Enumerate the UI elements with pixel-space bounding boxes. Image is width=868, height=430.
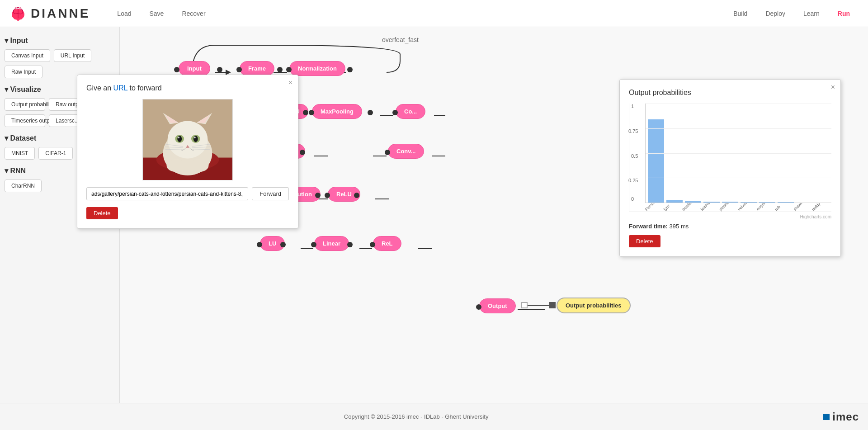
- footer-logo: imec: [823, 411, 859, 423]
- nav-save[interactable]: Save: [150, 10, 164, 17]
- url-dialog-delete-button[interactable]: Delete: [86, 207, 118, 219]
- url-dialog-close-button[interactable]: ×: [288, 79, 292, 87]
- node-output[interactable]: Output: [479, 298, 516, 313]
- node-rel[interactable]: ReL: [373, 236, 401, 251]
- node-normalization[interactable]: Normalization: [289, 61, 345, 76]
- footer-copyright: Copyright © 2015-2016 imec - IDLab - Ghe…: [9, 413, 823, 420]
- url-input-row: Forward: [86, 187, 289, 200]
- node-conv-partial2[interactable]: Conv...: [388, 144, 424, 159]
- canvas-input-button[interactable]: Canvas Input: [5, 49, 50, 62]
- svg-point-49: [167, 160, 187, 172]
- chart-bar-3: [703, 202, 720, 203]
- node-frame[interactable]: Frame: [240, 61, 274, 76]
- svg-point-31: [168, 121, 208, 158]
- output-panel-title: Output probabilities: [629, 89, 831, 97]
- run-button[interactable]: Run: [829, 6, 859, 21]
- chart-bar-5: [741, 202, 757, 203]
- node-maxpooling[interactable]: MaxPooling: [312, 104, 362, 119]
- output-probabilities-panel: Output probabilities × 1 0.75 0.5 0.25 0…: [619, 79, 841, 257]
- sidebar-input-buttons: Canvas Input URL Input Raw Input: [5, 49, 115, 78]
- output-panel-delete-button[interactable]: Delete: [629, 235, 660, 247]
- node-linear[interactable]: Linear: [314, 236, 349, 251]
- imec-square: [823, 414, 830, 420]
- url-dialog: Give an URL to forward ×: [77, 75, 298, 229]
- y-label-05: 0.5: [631, 153, 638, 159]
- timeseries-button[interactable]: Timeseries output: [5, 114, 45, 127]
- url-input-button[interactable]: URL Input: [54, 49, 92, 62]
- output-panel-close-button[interactable]: ×: [831, 83, 835, 91]
- chart-bar-7: [778, 202, 794, 203]
- node-conv-partial1[interactable]: Co...: [396, 104, 425, 119]
- footer: Copyright © 2015-2016 imec - IDLab - Ghe…: [0, 403, 868, 430]
- node-output-prob[interactable]: Output probabilities: [557, 298, 631, 313]
- imec-text: imec: [832, 411, 859, 423]
- logo-text: DIANNE: [31, 6, 90, 21]
- chart-bar-0: [648, 119, 664, 203]
- svg-point-38: [177, 136, 182, 142]
- url-input-field[interactable]: [86, 187, 248, 200]
- svg-point-50: [189, 160, 209, 172]
- header: DIANNE Load Save Recover Build Deploy Le…: [0, 0, 868, 27]
- chart-bar-6: [759, 202, 775, 203]
- svg-point-40: [178, 137, 179, 138]
- svg-point-4: [17, 18, 19, 21]
- nav-load[interactable]: Load: [117, 10, 131, 17]
- chart-area: 1 0.75 0.5 0.25 0 Persian catlynxbowlerl…: [629, 104, 831, 212]
- y-label-025: 0.25: [628, 178, 638, 183]
- output-prob-button[interactable]: Output probabilities: [5, 98, 45, 111]
- chart-bar-2: [685, 201, 701, 203]
- cat-image: [143, 99, 232, 180]
- build-button[interactable]: Build: [724, 6, 756, 21]
- learn-button[interactable]: Learn: [794, 6, 829, 21]
- y-label-0: 0: [631, 196, 634, 202]
- svg-point-5: [19, 17, 22, 19]
- nav-recover[interactable]: Recover: [182, 10, 205, 17]
- mnist-button[interactable]: MNIST: [5, 147, 35, 160]
- node-input[interactable]: Input: [179, 61, 210, 76]
- x-labels: Persian catlynxbowlerleather bagplastic …: [645, 203, 831, 230]
- header-actions: Build Deploy Learn Run: [724, 6, 859, 21]
- svg-point-41: [194, 137, 196, 138]
- chart-bar-4: [722, 202, 738, 203]
- y-label-1: 1: [631, 104, 634, 109]
- raw-input-button[interactable]: Raw Input: [5, 66, 42, 78]
- forward-button[interactable]: Forward: [252, 187, 289, 200]
- svg-point-3: [14, 17, 17, 19]
- network-name: overfeat_fast: [382, 36, 419, 43]
- y-label-075: 0.75: [628, 128, 638, 134]
- logo-icon: [9, 5, 27, 23]
- logo: DIANNE: [9, 5, 90, 23]
- charrnn-button[interactable]: CharRNN: [5, 180, 42, 192]
- cifar-button[interactable]: CIFAR-1: [38, 147, 73, 160]
- svg-point-39: [193, 136, 198, 142]
- nav: Load Save Recover: [117, 10, 724, 17]
- url-dialog-title: Give an URL to forward: [86, 84, 289, 92]
- sidebar-section-input: Input: [5, 36, 115, 45]
- chart-bar-1: [666, 200, 683, 203]
- deploy-button[interactable]: Deploy: [756, 6, 794, 21]
